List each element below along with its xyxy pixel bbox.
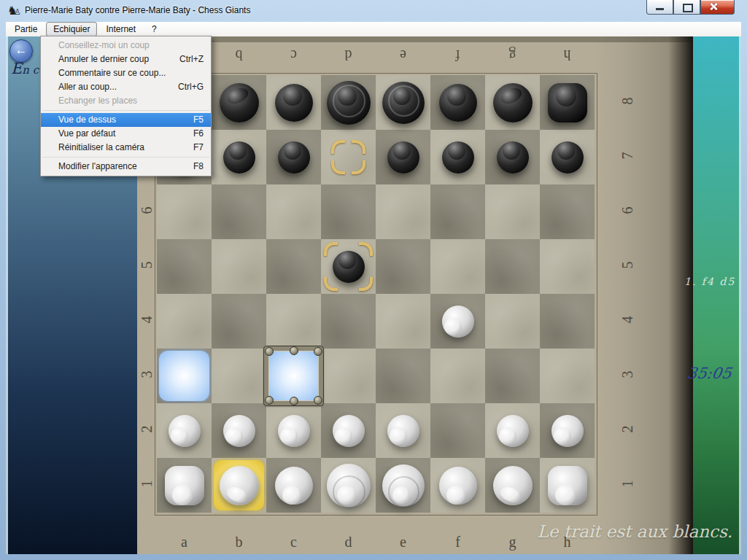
piece-head (499, 427, 516, 445)
piece-white-pawn-a2[interactable] (157, 403, 212, 458)
file-label-bottom-g: g (485, 534, 540, 551)
square-d7[interactable] (321, 130, 376, 184)
piece-black-rook-h8[interactable] (540, 75, 595, 130)
piece-white-rook-a1[interactable] (157, 458, 212, 513)
piece-white-knight-g1[interactable] (485, 458, 540, 513)
square-c5[interactable] (266, 239, 321, 294)
rank-label-left-5: 5 (139, 257, 155, 274)
file-label-bottom-d: d (321, 534, 376, 551)
square-h6[interactable] (540, 184, 595, 239)
menu-item-vue-par-defaut[interactable]: Vue par défautF6 (41, 127, 211, 141)
menubar-item-internet[interactable]: Internet (98, 22, 143, 36)
menu-item-vue-de-dessus[interactable]: Vue de dessusF5 (41, 113, 211, 127)
square-e5[interactable] (376, 239, 430, 294)
menubar-item-partie[interactable]: Partie (7, 22, 44, 36)
menu-separator (42, 110, 209, 111)
piece-head (448, 142, 465, 160)
piece-white-knight-b1[interactable] (212, 458, 266, 513)
piece-white-pawn-c2[interactable] (266, 403, 321, 458)
piece-black-pawn-c7[interactable] (266, 130, 321, 184)
piece-white-pawn-g2[interactable] (485, 403, 540, 458)
square-g5[interactable] (485, 239, 540, 294)
piece-crown-ring (333, 475, 365, 508)
piece-black-pawn-d5[interactable] (321, 239, 376, 294)
piece-black-pawn-h7[interactable] (540, 130, 595, 184)
right-panel (693, 36, 741, 554)
rank-label-left-2: 2 (139, 421, 155, 438)
square-f2[interactable] (430, 403, 485, 458)
square-f5[interactable] (430, 239, 485, 294)
square-h5[interactable] (540, 239, 595, 294)
piece-black-knight-b8[interactable] (212, 75, 266, 130)
square-g6[interactable] (485, 184, 540, 239)
piece-head (229, 142, 247, 160)
file-label-bottom-c: c (266, 534, 321, 551)
menu-item-reinitialiser-la-camera[interactable]: Réinitialiser la caméraF7 (41, 141, 211, 155)
square-f6[interactable] (430, 184, 485, 239)
menu-item-annuler-le-dernier-coup[interactable]: Annuler le dernier coupCtrl+Z (41, 52, 211, 66)
rank-label-right-7: 7 (619, 147, 636, 165)
maximize-button[interactable] (673, 0, 700, 15)
piece-black-king-e8[interactable] (376, 75, 430, 130)
menu-item-commentaire-sur-ce-coup[interactable]: Commentaire sur ce coup... (41, 66, 211, 80)
square-h3[interactable] (540, 349, 595, 403)
menubar-item-echiquier[interactable]: Echiquier (46, 22, 97, 36)
piece-head (444, 318, 462, 335)
piece-white-bishop-f1[interactable] (430, 458, 485, 513)
file-label-top-f: f (430, 47, 485, 63)
piece-white-pawn-h2[interactable] (540, 403, 595, 458)
square-g4[interactable] (485, 294, 540, 349)
piece-black-queen-d8[interactable] (321, 75, 376, 130)
square-d4[interactable] (321, 294, 376, 349)
maximize-icon (683, 4, 693, 12)
minimize-button[interactable] (646, 0, 673, 15)
piece-head (335, 427, 352, 445)
piece-white-pawn-d2[interactable] (321, 403, 376, 458)
piece-head (503, 142, 520, 160)
piece-black-pawn-f7[interactable] (430, 130, 485, 184)
piece-black-pawn-e7[interactable] (376, 130, 430, 184)
piece-black-pawn-b7[interactable] (212, 130, 266, 184)
piece-black-bishop-f8[interactable] (430, 75, 485, 130)
menu-item-aller-au-coup[interactable]: Aller au coup...Ctrl+G (41, 80, 211, 94)
file-label-bottom-f: f (430, 534, 485, 551)
square-e6[interactable] (376, 184, 430, 239)
square-g3[interactable] (485, 349, 540, 403)
close-button[interactable] (700, 0, 735, 15)
rank-label-right-1: 1 (619, 475, 636, 493)
legal-move-highlight-a3 (159, 351, 209, 401)
square-b4[interactable] (212, 294, 266, 349)
piece-head (280, 427, 298, 445)
piece-black-bishop-c8[interactable] (266, 75, 321, 130)
square-b6[interactable] (212, 184, 266, 239)
window-title: Pierre-Marie Baty contre Pierre-Marie Ba… (25, 5, 250, 15)
square-c4[interactable] (266, 294, 321, 349)
piece-white-pawn-e2[interactable] (376, 403, 430, 458)
square-f3[interactable] (430, 349, 485, 403)
square-b3[interactable] (212, 349, 266, 403)
piece-white-pawn-f4[interactable] (430, 294, 485, 349)
square-b5[interactable] (212, 239, 266, 294)
piece-white-king-e1[interactable] (376, 458, 430, 513)
square-e3[interactable] (376, 349, 430, 403)
piece-head (225, 427, 243, 445)
square-e4[interactable] (376, 294, 430, 349)
rank-label-left-4: 4 (139, 311, 155, 329)
menubar-item-[interactable]: ? (144, 22, 164, 36)
square-d3[interactable] (321, 349, 376, 403)
file-label-bottom-e: e (376, 534, 430, 551)
piece-white-bishop-c1[interactable] (266, 458, 321, 513)
square-a6[interactable] (157, 184, 212, 239)
square-a5[interactable] (157, 239, 212, 294)
square-a4[interactable] (157, 294, 212, 349)
piece-white-pawn-b2[interactable] (212, 403, 266, 458)
square-h4[interactable] (540, 294, 595, 349)
piece-black-knight-g8[interactable] (485, 75, 540, 130)
square-c6[interactable] (266, 184, 321, 239)
piece-white-queen-d1[interactable] (321, 458, 376, 513)
menu-item-conseillez-moi-un-coup: Conseillez-moi un coup (41, 39, 211, 52)
menu-item-modifier-l-apparence[interactable]: Modifier l'apparenceF8 (41, 160, 211, 174)
piece-white-rook-h1[interactable] (540, 458, 595, 513)
square-d6[interactable] (321, 184, 376, 239)
piece-black-pawn-g7[interactable] (485, 130, 540, 184)
